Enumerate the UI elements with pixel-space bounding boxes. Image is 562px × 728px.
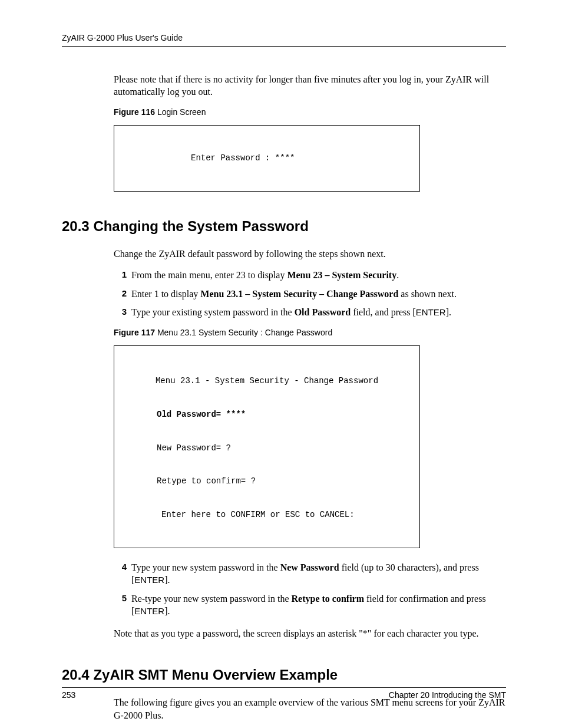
asterisk-note: Note that as you type a password, the sc… (114, 627, 506, 640)
step-3: 3 Type your existing system password in … (114, 306, 506, 319)
step-4-text-pre: Type your new system password in the (131, 562, 280, 572)
menu-title-line: Menu 23.1 - System Security - Change Pas… (114, 375, 419, 387)
step-3-text-end: ]. (446, 307, 451, 317)
figure-116-title: Login Screen (155, 107, 206, 117)
figure-117-label: Figure 117 (114, 328, 155, 337)
chapter-title: Chapter 20 Introducing the SMT (389, 690, 506, 701)
step-2-text-post: as shown next. (398, 289, 457, 299)
step-2-menu: Menu 23.1 – System Security – Change Pas… (200, 289, 398, 299)
step-1-menu: Menu 23 – System Security (287, 270, 396, 280)
figure-117-title: Menu 23.1 System Security : Change Passw… (155, 328, 332, 337)
figure-117-caption: Figure 117 Menu 23.1 System Security : C… (114, 327, 506, 339)
doc-header: ZyAIR G-2000 Plus User's Guide (62, 32, 506, 47)
figure-116-terminal: Enter Password : **** (114, 125, 420, 191)
step-3-text-pre: Type your existing system password in th… (131, 307, 295, 317)
section-20-3-heading: 20.3 Changing the System Password (62, 216, 506, 236)
step-4-text-end: ]. (164, 575, 170, 585)
steps-4-5: 4 Type your new system password in the N… (114, 561, 506, 618)
steps-1-3: 1 From the main menu, enter 23 to displa… (114, 269, 506, 319)
login-prompt-line: Enter Password : **** (114, 153, 419, 164)
step-number: 1 (114, 269, 127, 281)
old-password-line: Old Password= **** (114, 409, 419, 420)
guide-title: ZyAIR G-2000 Plus User's Guide (62, 33, 183, 42)
section-20-4-heading: 20.4 ZyAIR SMT Menu Overview Example (62, 665, 506, 685)
step-5: 5 Re-type your new system password in th… (114, 592, 506, 618)
step-5-field: Retype to confirm (292, 594, 365, 604)
step-4: 4 Type your new system password in the N… (114, 561, 506, 587)
enter-key: ENTER (134, 606, 164, 616)
step-number: 2 (114, 288, 127, 299)
confirm-line: Enter here to CONFIRM or ESC to CANCEL: (114, 509, 419, 521)
old-password-text: Old Password= **** (157, 410, 246, 419)
step-number: 4 (114, 561, 127, 573)
step-3-field: Old Password (295, 307, 351, 317)
enter-key: ENTER (134, 575, 164, 585)
step-number: 5 (114, 592, 127, 604)
step-5-text-pre: Re-type your new system password in the (131, 594, 292, 604)
step-1-text-pre: From the main menu, enter 23 to display (131, 270, 287, 280)
step-1: 1 From the main menu, enter 23 to displa… (114, 269, 506, 282)
new-password-line: New Password= ? (114, 443, 419, 454)
section-20-3-intro: Change the ZyAIR default password by fol… (114, 248, 506, 261)
retype-line: Retype to confirm= ? (114, 476, 419, 487)
step-5-text-end: ]. (164, 606, 170, 616)
enter-key: ENTER (416, 307, 446, 317)
intro-para: Please note that if there is no activity… (114, 73, 506, 98)
page-number: 253 (62, 690, 75, 701)
step-number: 3 (114, 306, 127, 318)
figure-117-terminal: Menu 23.1 - System Security - Change Pas… (114, 345, 420, 548)
step-2-text-pre: Enter 1 to display (131, 289, 200, 299)
figure-116-caption: Figure 116 Login Screen (114, 107, 506, 118)
doc-footer: 253 Chapter 20 Introducing the SMT (62, 687, 506, 701)
step-2: 2 Enter 1 to display Menu 23.1 – System … (114, 288, 506, 301)
step-1-text-post: . (396, 270, 399, 280)
step-4-field: New Password (280, 562, 339, 572)
figure-116-label: Figure 116 (114, 107, 155, 117)
step-3-text-mid: field, and press [ (351, 307, 416, 317)
